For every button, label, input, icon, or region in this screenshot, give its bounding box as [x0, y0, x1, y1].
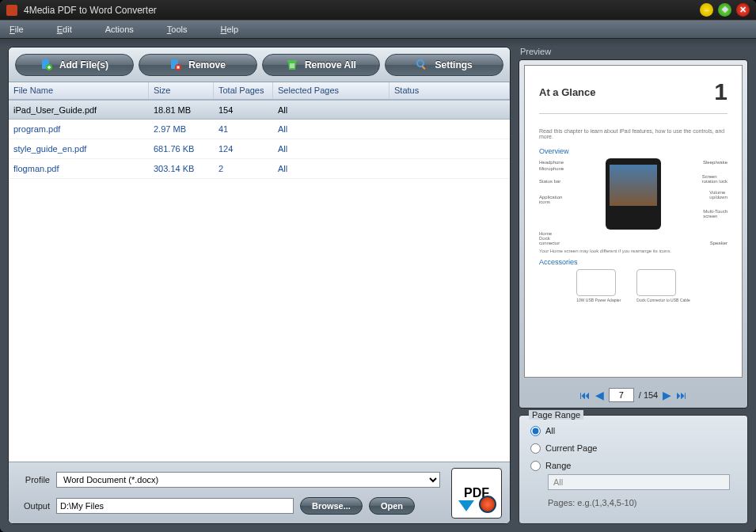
add-file-icon [40, 59, 53, 71]
accessory-adapter-icon [576, 269, 616, 296]
range-custom-option[interactable]: Range [530, 457, 736, 474]
preview-panel: At a Glance 1 Read this chapter to learn… [519, 59, 748, 408]
minimize-button[interactable]: – [700, 3, 713, 17]
preview-chapter-number: 1 [714, 78, 728, 105]
cell-filename: iPad_User_Guide.pdf [9, 105, 149, 115]
cell-pages: 124 [214, 144, 273, 154]
cell-pages: 2 [214, 164, 273, 173]
cell-filename: flogman.pdf [9, 164, 149, 173]
add-files-label: Add File(s) [59, 59, 108, 70]
preview-home-note: Your Home screen may look different if y… [539, 249, 728, 253]
cell-selected: All [273, 124, 389, 134]
convert-button[interactable]: PDF [451, 468, 502, 519]
col-header-selected[interactable]: Selected Pages [273, 82, 389, 99]
close-button[interactable]: ✕ [736, 3, 750, 17]
preview-pager: ⏮ ◀ / 154 ▶ ⏭ [519, 382, 747, 408]
cell-selected: All [273, 144, 389, 154]
cell-filename: style_guide_en.pdf [9, 144, 149, 154]
next-page-button[interactable]: ▶ [663, 389, 671, 401]
preview-intro-text: Read this chapter to learn about iPad fe… [539, 128, 728, 139]
page-range-title: Page Range [529, 410, 583, 420]
remove-all-button[interactable]: Remove All [262, 54, 381, 76]
settings-label: Settings [435, 59, 472, 70]
add-files-button[interactable]: Add File(s) [15, 54, 134, 76]
range-all-option[interactable]: All [530, 422, 736, 439]
preview-section-accessories: Accessories [539, 258, 728, 266]
remove-all-label: Remove All [305, 59, 356, 70]
profile-label: Profile [17, 475, 50, 484]
menu-actions[interactable]: Actions [105, 25, 134, 34]
first-page-button[interactable]: ⏮ [579, 389, 591, 401]
svg-rect-4 [287, 60, 297, 62]
table-row[interactable]: flogman.pdf303.14 KB2All [9, 159, 510, 179]
range-current-radio[interactable] [530, 443, 541, 454]
app-window: 4Media PDF to Word Converter – ❖ ✕ File … [0, 0, 756, 532]
page-range-group: Page Range All Current Page Range Pages:… [519, 415, 748, 524]
accessory-cable-icon [636, 269, 676, 296]
remove-file-icon [169, 59, 182, 71]
range-all-radio[interactable] [530, 426, 541, 436]
cell-pages: 41 [214, 124, 273, 134]
body: Add File(s) Remove Remove All [0, 39, 756, 532]
col-header-size[interactable]: Size [149, 82, 214, 99]
cell-pages: 154 [214, 105, 273, 115]
col-header-status[interactable]: Status [389, 82, 510, 99]
right-column: Preview At a Glance 1 Read this chapter … [519, 47, 748, 524]
svg-point-5 [417, 60, 424, 66]
cell-size: 18.81 MB [149, 105, 214, 115]
bottom-bar: Profile Word Document (*.docx) Output Br… [9, 462, 510, 523]
page-total: / 154 [639, 390, 658, 400]
arrow-down-icon [458, 500, 474, 511]
range-current-option[interactable]: Current Page [530, 439, 736, 457]
cell-size: 2.97 MB [149, 124, 214, 134]
title-bar[interactable]: 4Media PDF to Word Converter – ❖ ✕ [0, 0, 756, 20]
range-custom-radio[interactable] [530, 461, 541, 471]
cell-selected: All [273, 105, 389, 115]
output-path-input[interactable] [56, 498, 294, 514]
remove-button[interactable]: Remove [139, 54, 257, 76]
remove-label: Remove [188, 59, 226, 70]
settings-button[interactable]: Settings [385, 54, 503, 76]
preview-chapter-title: At a Glance [539, 86, 596, 98]
range-hint: Pages: e.g.(1,3,4,5-10) [548, 498, 736, 507]
page-number-input[interactable] [609, 388, 634, 402]
table-row[interactable]: iPad_User_Guide.pdf18.81 MB154All [9, 100, 510, 120]
prev-page-button[interactable]: ◀ [595, 389, 604, 401]
maximize-button[interactable]: ❖ [718, 3, 731, 17]
app-icon [6, 5, 17, 16]
convert-badge-icon [479, 496, 496, 513]
table-row[interactable]: style_guide_en.pdf681.76 KB124All [9, 139, 510, 159]
last-page-button[interactable]: ⏭ [676, 389, 687, 401]
open-button[interactable]: Open [369, 497, 415, 515]
table-header: File Name Size Total Pages Selected Page… [9, 82, 510, 100]
menu-file[interactable]: File [9, 25, 24, 34]
output-label: Output [17, 501, 50, 511]
preview-document[interactable]: At a Glance 1 Read this chapter to learn… [524, 65, 743, 378]
preview-label: Preview [520, 47, 748, 56]
browse-button[interactable]: Browse... [300, 497, 363, 515]
table-row[interactable]: program.pdf2.97 MB41All [9, 120, 510, 139]
menu-help[interactable]: Help [220, 25, 238, 34]
file-list[interactable]: iPad_User_Guide.pdf18.81 MB154Allprogram… [9, 100, 510, 462]
cell-filename: program.pdf [9, 124, 149, 134]
cell-size: 681.76 KB [149, 144, 214, 154]
window-title: 4Media PDF to Word Converter [24, 5, 157, 16]
trash-icon [286, 59, 298, 71]
menu-edit[interactable]: Edit [57, 25, 72, 34]
col-header-pages[interactable]: Total Pages [214, 82, 273, 99]
range-input[interactable] [548, 474, 730, 490]
device-image [606, 158, 661, 230]
menu-tools[interactable]: Tools [167, 25, 188, 34]
col-header-name[interactable]: File Name [9, 82, 149, 99]
left-column: Add File(s) Remove Remove All [8, 47, 511, 524]
main-toolbar: Add File(s) Remove Remove All [9, 48, 510, 82]
svg-rect-6 [422, 66, 426, 70]
cell-selected: All [273, 164, 389, 173]
preview-section-overview: Overview [539, 147, 728, 155]
menu-bar: File Edit Actions Tools Help [0, 20, 756, 39]
cell-size: 303.14 KB [149, 164, 214, 173]
settings-icon [416, 59, 428, 71]
profile-select[interactable]: Word Document (*.docx) [56, 472, 440, 488]
